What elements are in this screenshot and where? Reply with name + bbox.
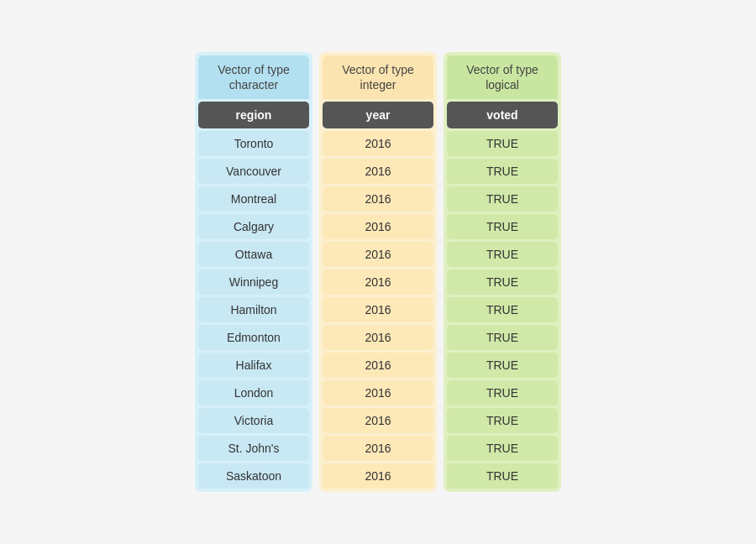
cell-character-row-5: Winnipeg	[198, 269, 309, 295]
main-container: Vector of type characterregionTorontoVan…	[195, 52, 561, 492]
cell-logical-row-2: TRUE	[447, 186, 558, 212]
column-character: Vector of type characterregionTorontoVan…	[195, 52, 312, 492]
cell-integer-row-2: 2016	[323, 186, 433, 212]
cell-logical-row-10: TRUE	[447, 408, 558, 433]
cell-integer-row-5: 2016	[323, 269, 433, 295]
cell-character-row-11: St. John's	[198, 436, 309, 461]
cell-character-row-4: Ottawa	[198, 242, 309, 267]
cell-character-row-2: Montreal	[198, 186, 309, 212]
cell-integer-row-7: 2016	[323, 325, 433, 350]
cell-character-row-6: Hamilton	[198, 297, 309, 322]
cell-integer-row-3: 2016	[323, 214, 433, 239]
cell-logical-row-1: TRUE	[447, 159, 558, 184]
cell-logical-row-7: TRUE	[447, 325, 558, 350]
column-header-label-logical: Vector of type logical	[447, 55, 558, 99]
cell-character-row-12: Saskatoon	[198, 463, 309, 489]
cell-integer-row-11: 2016	[323, 436, 433, 461]
column-logical: Vector of type logicalvotedTRUETRUETRUET…	[444, 52, 561, 492]
cell-logical-row-6: TRUE	[447, 297, 558, 322]
cell-character-row-10: Victoria	[198, 408, 309, 433]
cell-character-row-3: Calgary	[198, 214, 309, 239]
cell-integer-row-0: 2016	[323, 131, 433, 156]
column-header-label-character: Vector of type character	[198, 55, 309, 99]
cell-character-row-8: Halifax	[198, 353, 309, 378]
cell-logical-row-11: TRUE	[447, 436, 558, 461]
column-integer: Vector of type integeryear20162016201620…	[319, 52, 437, 492]
cell-integer-row-1: 2016	[323, 159, 433, 184]
cell-character-row-9: London	[198, 380, 309, 405]
cell-integer-row-9: 2016	[323, 380, 433, 405]
cell-character-row-0: Toronto	[198, 131, 309, 156]
column-field-header-character: region	[198, 102, 309, 128]
cell-integer-row-12: 2016	[323, 463, 433, 489]
cell-logical-row-5: TRUE	[447, 269, 558, 295]
cell-logical-row-12: TRUE	[447, 463, 558, 489]
cell-character-row-1: Vancouver	[198, 159, 309, 184]
column-field-header-logical: voted	[447, 102, 558, 128]
cell-logical-row-3: TRUE	[447, 214, 558, 239]
cell-logical-row-4: TRUE	[447, 242, 558, 267]
cell-logical-row-9: TRUE	[447, 380, 558, 405]
cell-character-row-7: Edmonton	[198, 325, 309, 350]
cell-logical-row-8: TRUE	[447, 353, 558, 378]
column-header-label-integer: Vector of type integer	[323, 55, 433, 99]
column-field-header-integer: year	[323, 102, 433, 128]
cell-logical-row-0: TRUE	[447, 131, 558, 156]
columns-wrapper: Vector of type characterregionTorontoVan…	[195, 52, 561, 492]
cell-integer-row-10: 2016	[323, 408, 433, 433]
cell-integer-row-6: 2016	[323, 297, 433, 322]
cell-integer-row-4: 2016	[323, 242, 433, 267]
cell-integer-row-8: 2016	[323, 353, 433, 378]
